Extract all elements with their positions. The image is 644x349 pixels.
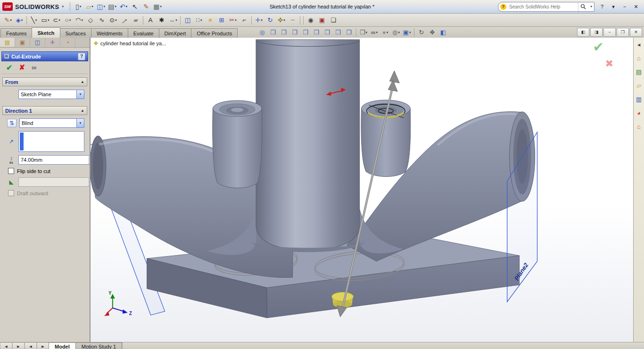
dropdown-arrow-icon[interactable]: ▾ <box>409 31 411 34</box>
selected-reference-item[interactable] <box>20 133 24 150</box>
pane-right-icon[interactable]: ◨ <box>590 28 603 37</box>
view-back-icon[interactable]: ❒ <box>279 28 289 37</box>
dropdown-arrow-icon[interactable]: ▾ <box>21 18 23 22</box>
offset-entities-icon[interactable]: ≡ <box>205 15 216 25</box>
tab-weldments[interactable]: Weldments <box>91 28 128 38</box>
dropdown-arrow-icon[interactable]: ▾ <box>48 18 50 22</box>
view-trimetric-icon[interactable]: ❒ <box>344 28 354 37</box>
select-cursor-icon[interactable]: ↖ <box>129 1 140 12</box>
dimension-tool-icon[interactable]: ↔▾ <box>167 15 179 25</box>
toolbox-icon[interactable]: ▥ <box>635 95 643 103</box>
help-icon[interactable]: ? <box>596 2 608 11</box>
dropdown-arrow-icon[interactable]: ▾ <box>366 31 368 34</box>
view-top-icon[interactable]: ❒ <box>311 28 322 37</box>
design-library-icon[interactable]: ▤ <box>635 68 643 75</box>
tab-model[interactable]: Model <box>49 342 76 349</box>
dropdown-arrow-icon[interactable]: ▾ <box>35 18 37 22</box>
edit-appearance-icon[interactable]: ●▾ <box>380 28 390 37</box>
dropdown-arrow-icon[interactable]: ▾ <box>115 5 116 8</box>
spin-down-icon[interactable]: ▼ <box>89 160 90 165</box>
hide-show-items-icon[interactable]: ∞▾ <box>369 28 380 37</box>
construction-geometry-icon[interactable]: ┄ <box>287 15 298 25</box>
linear-pattern-icon[interactable]: ∷▾ <box>193 15 205 25</box>
quick-snaps-icon[interactable]: ✜▾ <box>276 15 287 25</box>
expand-icon[interactable]: ▾ <box>608 2 619 11</box>
3d-model-canvas[interactable]: Plane2 <box>91 38 633 342</box>
confirmation-corner-ok-icon[interactable]: ✔ <box>593 41 604 54</box>
section-direction1-header[interactable]: Direction 1 ▲ <box>2 106 87 115</box>
view-front-icon[interactable]: ❒ <box>268 28 278 37</box>
section-from-header[interactable]: From ▲ <box>2 77 87 86</box>
line-tool-icon[interactable]: ╲▾ <box>28 15 40 25</box>
dropdown-arrow-icon[interactable]: ▾ <box>81 18 83 22</box>
options-icon[interactable]: ▦▾ <box>152 1 163 12</box>
trim-entities-icon[interactable]: ✂▾ <box>227 15 239 25</box>
depth-input[interactable] <box>19 156 89 164</box>
search-input[interactable] <box>508 4 576 10</box>
spin-down-icon[interactable]: ▼ <box>89 183 90 187</box>
dropdown-arrow-icon[interactable]: ▾ <box>103 5 105 8</box>
draft-outward-checkbox[interactable] <box>8 190 14 196</box>
doc-close-icon[interactable]: ✕ <box>630 28 642 37</box>
view-left-icon[interactable]: ❒ <box>289 28 300 37</box>
new-file-icon[interactable]: ▯▾ <box>73 1 84 12</box>
dropdown-arrow-icon[interactable]: ▾ <box>91 5 93 8</box>
search-scope-arrow-icon[interactable]: ▾ <box>590 5 592 8</box>
rectangle-tool-icon[interactable]: ▭▾ <box>40 15 51 25</box>
dropdown-arrow-icon[interactable]: ▾ <box>387 31 388 34</box>
help-search-box[interactable]: ? ▾ <box>498 2 594 12</box>
record-video-icon[interactable]: ▣ <box>316 15 328 25</box>
configurationmanager-tab-icon[interactable]: ◫ <box>30 38 45 47</box>
right-valve-guide[interactable] <box>361 100 411 177</box>
propertymanager-tab-icon[interactable]: ▤ <box>0 38 15 47</box>
dropdown-arrow-icon[interactable]: ▾ <box>200 18 202 22</box>
plane-tool-icon[interactable]: ▰ <box>130 15 141 25</box>
featuremanager-tree-tab-icon[interactable]: ▣ <box>15 38 30 47</box>
direction-reference-listbox[interactable] <box>18 131 84 152</box>
dropdown-arrow-icon[interactable]: ▾ <box>126 5 128 8</box>
tab-motion-study[interactable]: Motion Study 1 <box>75 342 122 349</box>
circle-tool-icon[interactable]: ○▾ <box>62 15 74 25</box>
dropdown-arrow-icon[interactable]: ▾ <box>235 18 237 22</box>
start-condition-dropdown[interactable]: Sketch Plane ▼ <box>18 90 84 99</box>
dropdown-arrow-icon[interactable]: ▾ <box>160 5 162 8</box>
tab-dimxpert[interactable]: DimXpert <box>159 28 192 38</box>
edit-sketch-icon[interactable]: ✎ <box>140 1 152 12</box>
scroll-left-icon[interactable]: ◀ <box>0 342 12 349</box>
dropdown-arrow-icon[interactable]: ▾ <box>125 18 127 22</box>
spin-up-icon[interactable]: ▲ <box>89 178 90 183</box>
tab-sketch[interactable]: Sketch <box>32 27 60 38</box>
dropdown-arrow-icon[interactable]: ▾ <box>58 18 60 22</box>
sketch-tool-icon[interactable]: ✎▾ <box>2 15 14 25</box>
menu-expand-arrow-icon[interactable]: ▾ <box>62 5 64 8</box>
view-settings-icon[interactable]: ▣▾ <box>402 28 412 37</box>
chevron-up-icon[interactable]: ▲ <box>81 108 84 113</box>
dropdown-arrow-icon[interactable]: ▼ <box>76 90 84 99</box>
collapse-taskpane-icon[interactable]: ◂ <box>635 41 643 48</box>
chevron-up-icon[interactable]: ▲ <box>81 80 84 84</box>
fillet-tool-icon[interactable]: ◞▾ <box>119 15 130 25</box>
view-isometric-icon[interactable]: ❒ <box>333 28 343 37</box>
pan-view-icon[interactable]: ✥ <box>427 28 438 37</box>
draft-input[interactable] <box>19 178 89 186</box>
apply-scene-icon[interactable]: ◍▾ <box>391 28 401 37</box>
minimize-icon[interactable]: − <box>619 2 630 11</box>
arc-tool-icon[interactable]: ◠▾ <box>74 15 85 25</box>
dropdown-arrow-icon[interactable]: ▾ <box>10 18 12 22</box>
screen-capture-icon[interactable]: ◉ <box>305 15 316 25</box>
dropdown-arrow-icon[interactable]: ▾ <box>261 18 263 22</box>
flip-side-checkbox[interactable] <box>8 168 14 174</box>
dropdown-arrow-icon[interactable]: ▾ <box>69 18 71 22</box>
mirror-entities-icon[interactable]: ◫ <box>182 15 193 25</box>
section-view-icon[interactable]: ◧ <box>438 28 448 37</box>
dropdown-arrow-icon[interactable]: ▾ <box>80 5 82 8</box>
view-right-icon[interactable]: ❒ <box>300 28 311 37</box>
displaymanager-tab-icon[interactable]: ◔ <box>60 38 75 47</box>
graphics-area[interactable]: Plane2 <box>91 38 633 342</box>
rotate-entities-icon[interactable]: ↻ <box>264 15 276 25</box>
smart-dimension-icon[interactable]: ◈▾ <box>14 15 25 25</box>
ellipse-tool-icon[interactable]: ⊙▾ <box>107 15 119 25</box>
solidworks-resources-icon[interactable]: ⌂ <box>635 54 643 62</box>
search-magnifier-icon[interactable] <box>578 2 588 11</box>
tab-evaluate[interactable]: Evaluate <box>128 28 159 38</box>
